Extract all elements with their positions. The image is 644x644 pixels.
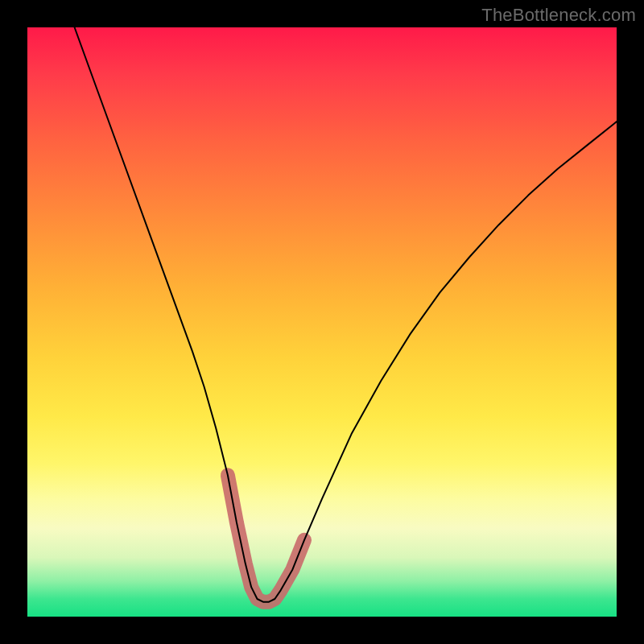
curve-main bbox=[75, 27, 617, 602]
chart-svg bbox=[27, 27, 617, 617]
watermark-text: TheBottleneck.com bbox=[481, 5, 636, 26]
chart-frame: TheBottleneck.com bbox=[0, 0, 644, 644]
plot-area bbox=[27, 27, 617, 617]
